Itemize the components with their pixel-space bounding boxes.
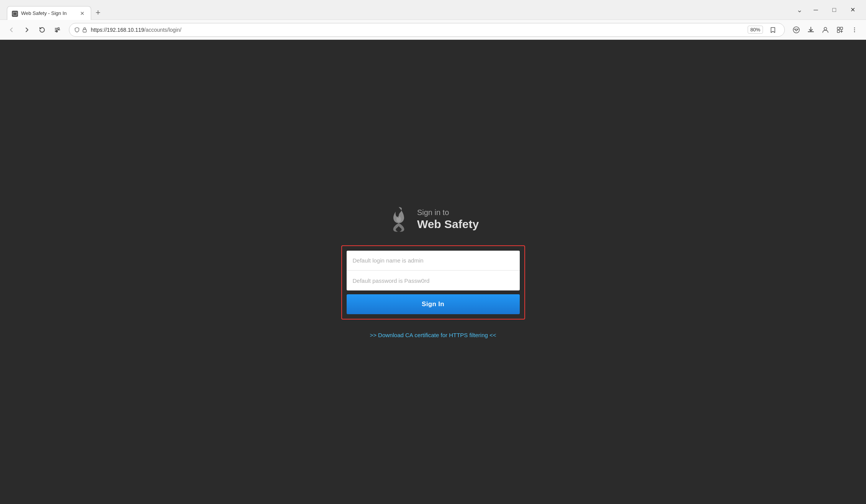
tools-button[interactable] <box>51 23 64 37</box>
page-content: Sign in to Web Safety Sign In >> Downloa… <box>0 40 866 504</box>
svg-rect-10 <box>840 27 843 29</box>
nav-right-icons <box>789 23 861 37</box>
login-title-text: Sign in to Web Safety <box>417 208 479 231</box>
sign-in-button[interactable]: Sign In <box>347 294 520 314</box>
minimize-button[interactable]: ─ <box>807 4 825 16</box>
svg-point-4 <box>58 28 59 29</box>
svg-point-14 <box>854 31 855 32</box>
svg-rect-11 <box>837 30 840 33</box>
back-button[interactable] <box>5 23 18 37</box>
tab-favicon <box>12 10 18 16</box>
svg-point-12 <box>854 27 855 28</box>
url-base: https://192.168.10.119 <box>91 27 144 33</box>
refresh-button[interactable] <box>35 23 49 37</box>
url-path: /accounts/login/ <box>144 27 181 33</box>
flame-icon <box>387 206 410 233</box>
zoom-level[interactable]: 80% <box>748 26 763 34</box>
new-tab-button[interactable]: + <box>91 6 105 20</box>
ca-certificate-link[interactable]: >> Download CA certificate for HTTPS fil… <box>370 332 496 338</box>
browser-window: Web Safety - Sign In ✕ + ⌄ ─ □ ✕ <box>0 0 866 504</box>
pocket-button[interactable] <box>789 23 803 37</box>
password-input[interactable] <box>347 271 520 290</box>
svg-rect-9 <box>837 27 840 29</box>
menu-button[interactable] <box>848 23 861 37</box>
login-form: Sign In <box>347 251 520 314</box>
app-name-label: Web Safety <box>417 218 479 231</box>
bookmark-button[interactable] <box>766 23 780 37</box>
svg-point-8 <box>824 27 827 30</box>
tab-title: Web Safety - Sign In <box>21 10 75 16</box>
username-input[interactable] <box>347 251 520 271</box>
download-button[interactable] <box>804 23 818 37</box>
security-icons <box>74 27 88 33</box>
svg-point-13 <box>854 29 855 30</box>
tab-bar-area: Web Safety - Sign In ✕ + <box>5 0 792 20</box>
title-bar: Web Safety - Sign In ✕ + ⌄ ─ □ ✕ <box>0 0 866 20</box>
account-button[interactable] <box>819 23 832 37</box>
address-bar[interactable]: https://192.168.10.119/accounts/login/ 8… <box>69 23 785 37</box>
svg-point-7 <box>793 27 799 33</box>
extensions-button[interactable] <box>833 23 847 37</box>
url-display: https://192.168.10.119/accounts/login/ <box>91 27 745 33</box>
tab-dropdown-button[interactable]: ⌄ <box>792 3 806 17</box>
sign-in-to-label: Sign in to <box>417 208 479 217</box>
tab-close-button[interactable]: ✕ <box>79 10 86 17</box>
forward-button[interactable] <box>20 23 34 37</box>
svg-rect-6 <box>83 29 87 32</box>
close-button[interactable]: ✕ <box>844 4 861 16</box>
active-tab[interactable]: Web Safety - Sign In ✕ <box>7 6 91 20</box>
navigation-bar: https://192.168.10.119/accounts/login/ 8… <box>0 20 866 40</box>
maximize-button[interactable]: □ <box>825 4 843 16</box>
login-header: Sign in to Web Safety <box>387 206 479 233</box>
login-card: Sign In <box>341 245 525 320</box>
svg-point-15 <box>396 216 401 222</box>
title-bar-controls: ⌄ ─ □ ✕ <box>792 3 861 17</box>
